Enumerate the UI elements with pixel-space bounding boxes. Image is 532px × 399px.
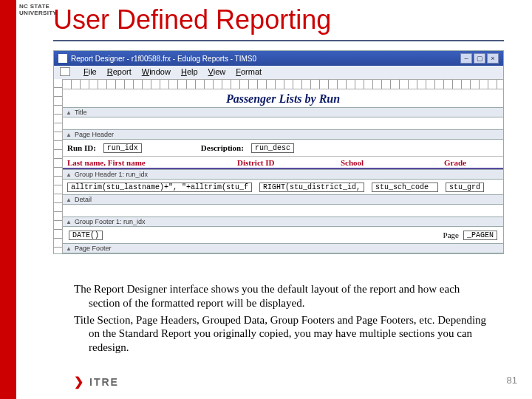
- detail-spacer[interactable]: [63, 205, 503, 216]
- band-pagefooter-label: Page Footer: [75, 245, 112, 252]
- slide-title: User Defined Reporting: [53, 4, 331, 35]
- menu-window[interactable]: Window: [142, 67, 171, 76]
- band-group-header[interactable]: ▲Group Header 1: run_idx: [63, 169, 503, 180]
- window-titlebar[interactable]: Report Designer - r1f00588.frx - Edulog …: [54, 51, 503, 66]
- designer-body: Passenger Lists by Run ▲Title ▲Page Head…: [54, 79, 503, 253]
- band-page-header[interactable]: ▲Page Header: [63, 129, 503, 140]
- field-district-expr[interactable]: RIGHT(stu_district_id,: [259, 183, 364, 192]
- brand-red-bar: [0, 0, 16, 399]
- field-school-expr[interactable]: stu_sch_code: [372, 183, 438, 192]
- band-detail[interactable]: ▲Detail: [63, 194, 503, 205]
- slide-body-text: The Report Designer interface shows you …: [74, 282, 488, 358]
- collapse-icon: ▲: [66, 219, 72, 225]
- horizontal-ruler: [63, 79, 503, 89]
- band-groupheader-label: Group Header 1: run_idx: [75, 171, 148, 178]
- runid-label: Run ID:: [67, 143, 96, 152]
- menu-help[interactable]: Help: [181, 67, 198, 76]
- menu-format[interactable]: Format: [236, 67, 262, 76]
- window-caption-buttons: – ▢ ×: [460, 53, 499, 64]
- detail-row[interactable]: alltrim(stu_lastname)+", "+alltrim(stu_f…: [63, 180, 503, 194]
- collapse-icon: ▲: [66, 132, 72, 138]
- field-date[interactable]: DATE(): [69, 231, 103, 240]
- field-grade-expr[interactable]: stu_grd: [446, 183, 484, 192]
- maximize-button[interactable]: ▢: [474, 53, 485, 64]
- runid-field[interactable]: run_idx: [103, 143, 142, 153]
- vertical-ruler: [54, 79, 63, 253]
- field-pageno[interactable]: _PAGEN: [463, 231, 497, 240]
- desc-field[interactable]: run_desc: [251, 143, 294, 153]
- menu-icon: [60, 67, 70, 76]
- collapse-icon: ▲: [66, 171, 72, 178]
- band-pageheader-label: Page Header: [75, 131, 114, 138]
- column-headers: Last name, First name District ID School…: [63, 156, 503, 168]
- minimize-button[interactable]: –: [460, 53, 472, 64]
- band-page-footer[interactable]: ▲Page Footer: [63, 243, 503, 253]
- brand-line2: UNIVERSITY: [19, 10, 57, 16]
- brand-text: NC STATE UNIVERSITY: [19, 3, 57, 16]
- app-icon: [58, 54, 67, 63]
- page-footer-row[interactable]: DATE() Page _PAGEN: [63, 227, 503, 243]
- body-p1: The Report Designer interface shows you …: [74, 282, 488, 310]
- page-label: Page: [443, 231, 459, 239]
- collapse-icon: ▲: [66, 109, 72, 116]
- band-groupfooter-label: Group Footer 1: run_idx: [75, 218, 146, 225]
- collapse-icon: ▲: [66, 197, 72, 203]
- col-name: Last name, First name: [67, 158, 208, 167]
- band-detail-label: Detail: [75, 196, 92, 203]
- brand-line1: NC STATE: [19, 3, 57, 10]
- itre-logo: ❯ ITRE: [74, 375, 119, 389]
- window-title: Report Designer - r1f00588.frx - Edulog …: [71, 55, 256, 63]
- col-grade: Grade: [444, 158, 466, 167]
- title-rule: [53, 40, 504, 41]
- body-p2: Title Section, Page Headers, Grouped Dat…: [74, 313, 488, 355]
- menu-file[interactable]: File: [83, 67, 97, 76]
- itre-chevron-icon: ❯: [74, 375, 85, 389]
- menubar: File Report Window Help View Format: [54, 66, 503, 79]
- band-group-footer[interactable]: ▲Group Footer 1: run_idx: [63, 216, 503, 227]
- menu-report[interactable]: Report: [107, 67, 132, 76]
- col-school: School: [341, 158, 415, 167]
- itre-text: ITRE: [89, 376, 119, 388]
- title-band-content[interactable]: [63, 117, 503, 129]
- collapse-icon: ▲: [66, 245, 72, 252]
- col-district: District ID: [237, 158, 311, 167]
- band-title[interactable]: ▲Title: [63, 107, 503, 117]
- band-title-label: Title: [75, 109, 87, 116]
- close-button[interactable]: ×: [487, 53, 499, 64]
- desc-label: Description:: [201, 143, 244, 152]
- report-designer-window: Report Designer - r1f00588.frx - Edulog …: [53, 50, 504, 254]
- page-number: 81: [507, 375, 517, 386]
- page-header-row[interactable]: Run ID: run_idx Description: run_desc: [63, 140, 503, 156]
- menu-view[interactable]: View: [208, 67, 226, 76]
- report-title[interactable]: Passenger Lists by Run: [63, 89, 503, 107]
- field-name-expr[interactable]: alltrim(stu_lastname)+", "+alltrim(stu_f: [67, 183, 252, 192]
